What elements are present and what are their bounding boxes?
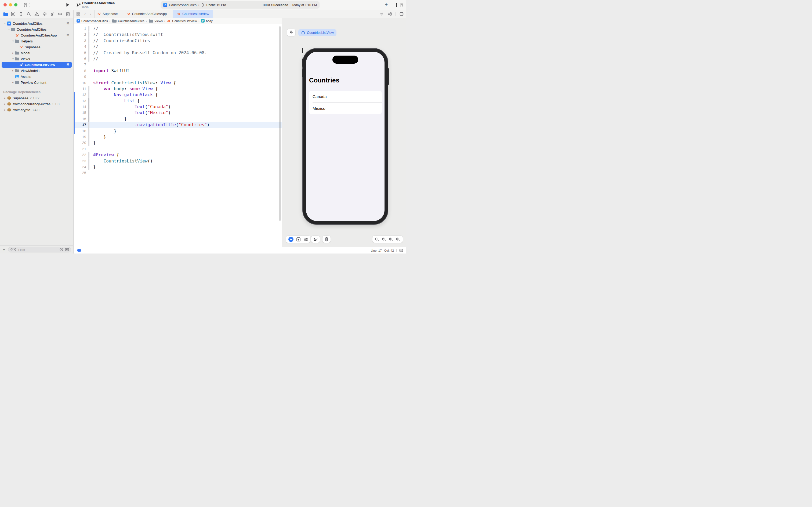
project-navigator-button[interactable] (2, 11, 8, 17)
add-file-button[interactable]: + (0, 247, 8, 252)
tree-item-countriesandcitiesapp[interactable]: CountriesAndCitiesAppM (2, 32, 72, 38)
recent-files-icon[interactable] (59, 247, 63, 251)
inspector-toggle-icon[interactable] (396, 2, 403, 8)
editor-scrollbar[interactable] (279, 26, 281, 221)
editor-tab-countrieslistview[interactable]: CountriesListView (173, 10, 213, 18)
debug-navigator-button[interactable] (49, 11, 55, 17)
preview-target-chip[interactable]: CountriesListView (298, 29, 337, 36)
code-line-16[interactable]: 16 } (74, 116, 282, 122)
report-navigator-button[interactable] (65, 11, 71, 17)
disclosure-closed-icon[interactable]: ▸ (3, 109, 7, 111)
library-add-button[interactable]: + (385, 2, 390, 7)
bottombar-toggle-icon[interactable] (399, 248, 403, 252)
disclosure-open-icon[interactable]: ▾ (11, 57, 15, 60)
issue-navigator-button[interactable] (34, 11, 40, 17)
code-line-25[interactable]: 25 (74, 170, 282, 176)
jumpbar-segment-countriesandcities[interactable]: CountriesAndCities (112, 19, 144, 23)
adjust-editor-icon[interactable] (380, 12, 384, 16)
zoom-out-button[interactable] (375, 237, 380, 242)
tree-item-helpers[interactable]: ▾Helpers (2, 38, 72, 44)
source-changes-pill[interactable] (77, 249, 81, 251)
run-button[interactable] (65, 2, 70, 7)
code-line-2[interactable]: 2// CountriesListView.swift (74, 32, 282, 38)
code-line-14[interactable]: 14 Text("Canada") (74, 104, 282, 110)
sidebar-toggle-icon[interactable] (23, 2, 31, 8)
code-line-5[interactable]: 5// Created by Russell Gordon on 2024-06… (74, 50, 282, 56)
code-line-9[interactable]: 9 (74, 74, 282, 80)
code-editor[interactable]: 1//2// CountriesListView.swift3// Countr… (74, 24, 282, 247)
disclosure-open-icon[interactable]: ▾ (11, 40, 15, 43)
code-line-3[interactable]: 3// CountriesAndCities (74, 38, 282, 44)
code-line-10[interactable]: 10struct CountriesListView: View { (74, 80, 282, 86)
code-line-23[interactable]: 23 CountriesListView() (74, 158, 282, 164)
editor-tab-countriesandcitiesapp[interactable]: CountriesAndCitiesApp (120, 10, 173, 18)
code-line-17[interactable]: 17 .navigationTitle("Countries") (74, 122, 282, 128)
zoom-100-button[interactable] (382, 237, 387, 242)
disclosure-closed-icon[interactable]: ▸ (11, 69, 15, 72)
preview-list-row-canada[interactable]: Canada (309, 91, 382, 102)
code-line-15[interactable]: 15 Text("Mexico") (74, 110, 282, 116)
tree-item-supabase[interactable]: Supabase (2, 44, 72, 50)
tree-item-countrieslistview[interactable]: CountriesListViewM (2, 62, 72, 68)
find-navigator-button[interactable] (26, 11, 32, 17)
jumpbar-segment-body[interactable]: Pbody (201, 19, 213, 22)
package-item-supabase[interactable]: ▸Supabase2.13.2 (2, 95, 72, 101)
preview-list-row-mexico[interactable]: Mexico (309, 103, 382, 114)
variants-grid-button[interactable] (303, 237, 308, 241)
disclosure-closed-icon[interactable]: ▸ (11, 81, 15, 84)
package-item-swift-crypto[interactable]: ▸swift-crypto3.4.0 (2, 107, 72, 113)
zoom-fit-button[interactable] (389, 237, 393, 242)
sourcecontrol-filter-icon[interactable] (65, 247, 69, 251)
code-line-8[interactable]: 8import SwiftUI (74, 68, 282, 74)
variants-button[interactable] (311, 236, 320, 243)
minimap-options-icon[interactable] (388, 12, 392, 16)
code-line-19[interactable]: 19 } (74, 134, 282, 140)
jumpbar-segment-countrieslistview[interactable]: CountriesListView (167, 19, 197, 23)
package-item-swift-concurrency-extras[interactable]: ▸swift-concurrency-extras1.1.0 (2, 101, 72, 107)
related-items-icon[interactable] (76, 12, 80, 16)
forward-button[interactable]: › (90, 12, 91, 16)
tree-item-views[interactable]: ▾Views (2, 56, 72, 62)
add-editor-icon[interactable] (399, 12, 404, 16)
disclosure-closed-icon[interactable]: ▸ (3, 97, 7, 99)
filter-field[interactable]: Filter (8, 247, 71, 252)
traffic-light-zoom[interactable] (14, 3, 17, 6)
build-status[interactable]: Build Succeeded | Today at 1:10 PM (263, 3, 317, 7)
jumpbar-segment-views[interactable]: Views (149, 19, 163, 23)
editor-tab-supabase[interactable]: Supabase (94, 10, 120, 18)
tree-item-preview-content[interactable]: ▸Preview Content (2, 79, 72, 86)
live-preview-button[interactable]: ▶ (288, 237, 293, 242)
selectable-preview-button[interactable] (296, 237, 301, 242)
code-line-21[interactable]: 21 (74, 146, 282, 152)
breakpoint-navigator-button[interactable] (57, 11, 63, 17)
tree-item-countriesandcities[interactable]: ▾ACountriesAndCitiesM (2, 20, 72, 26)
code-line-20[interactable]: 20} (74, 140, 282, 146)
test-navigator-button[interactable] (42, 11, 48, 17)
disclosure-closed-icon[interactable]: ▸ (3, 103, 7, 105)
disclosure-open-icon[interactable]: ▾ (7, 28, 11, 31)
disclosure-closed-icon[interactable]: ▸ (11, 52, 15, 54)
traffic-light-close[interactable] (3, 3, 7, 6)
source-control-navigator-button[interactable] (10, 11, 16, 17)
pin-preview-button[interactable] (287, 29, 295, 36)
tree-item-countriesandcities[interactable]: ▾CountriesAndCities (2, 26, 72, 32)
device-settings-button[interactable] (323, 236, 331, 243)
scheme-target[interactable]: CountriesAndCities (169, 3, 196, 7)
traffic-light-minimize[interactable] (9, 3, 12, 6)
code-line-1[interactable]: 1// (74, 26, 282, 32)
jumpbar-segment-countriesandcities[interactable]: ACountriesAndCities (76, 19, 108, 22)
bookmark-navigator-button[interactable] (18, 11, 24, 17)
back-button[interactable]: ‹ (84, 12, 86, 16)
code-line-24[interactable]: 24} (74, 164, 282, 170)
code-line-18[interactable]: 18 } (74, 128, 282, 134)
code-line-13[interactable]: 13 List { (74, 98, 282, 104)
code-line-22[interactable]: 22#Preview { (74, 152, 282, 158)
code-line-11[interactable]: 11 var body: some View { (74, 86, 282, 92)
zoom-in-button[interactable] (396, 237, 400, 242)
code-line-7[interactable]: 7 (74, 62, 282, 68)
code-line-12[interactable]: 12 NavigationStack { (74, 92, 282, 98)
run-destination[interactable]: iPhone 15 Pro (206, 3, 226, 7)
tree-item-model[interactable]: ▸Model (2, 50, 72, 56)
tree-item-assets[interactable]: Assets (2, 73, 72, 79)
filter-options-icon[interactable] (10, 247, 17, 251)
